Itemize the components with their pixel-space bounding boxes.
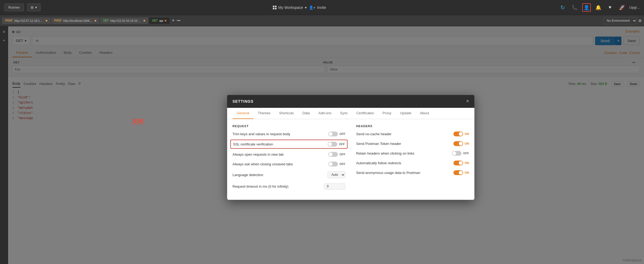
anonymous-data-toggle-track[interactable] — [453, 170, 463, 175]
headers-settings-column: HEADERS Send no-cache header ON — [356, 124, 469, 194]
tab-add-button[interactable]: + — [170, 18, 176, 23]
anonymous-data-toggle-label: ON — [465, 171, 469, 174]
modal-tab-addons[interactable]: Add-ons — [314, 108, 336, 119]
modal-body: REQUEST Trim keys and values in request … — [227, 119, 474, 200]
env-settings-icon[interactable]: ⚙ — [638, 19, 642, 23]
always-open-label: Always open requests in new tab — [232, 152, 284, 156]
postman-token-row: Send Postman Token header ON — [356, 141, 469, 146]
retain-headers-toggle[interactable]: OFF — [452, 151, 469, 156]
no-cache-toggle[interactable]: ON — [453, 131, 469, 136]
tab-post-1[interactable]: POST http://10.57.12.18:16666/ad-l — [2, 17, 51, 24]
bell-icon-button[interactable]: 🔔 — [594, 3, 603, 12]
ssl-cert-toggle-track[interactable] — [328, 142, 337, 147]
invite-button[interactable]: 👤+ Invite — [309, 5, 326, 10]
modal-tab-data[interactable]: Data — [298, 108, 314, 119]
trim-keys-toggle-thumb — [329, 132, 332, 136]
runner-button[interactable]: Runner — [4, 3, 24, 11]
always-ask-label: Always ask when closing unsaved tabs — [232, 162, 293, 166]
invite-icon: 👤+ — [309, 5, 316, 10]
tab-get-1[interactable]: GET http://10.32.44.19:10099/api/v — [100, 17, 148, 24]
always-open-toggle[interactable]: OFF — [328, 152, 345, 157]
import-chevron: ▾ — [35, 5, 37, 9]
workspace-button[interactable]: My Workspace ▾ — [273, 5, 306, 10]
ssl-cert-toggle-label: OFF — [339, 142, 345, 146]
modal-tab-update[interactable]: Update — [396, 108, 416, 119]
import-button[interactable]: ⊞ ▾ — [27, 3, 41, 11]
main-area: ≡ + ▶ api Examples GET ▾ Send ▾ Save — [0, 26, 644, 264]
modal-tab-general[interactable]: General — [232, 108, 253, 119]
always-open-toggle-label: OFF — [339, 153, 345, 156]
trim-keys-row: Trim keys and values in request body OFF — [232, 131, 345, 136]
tab-post-2[interactable]: POST http://localhost:16666/csv/up — [51, 17, 99, 24]
always-ask-row: Always ask when closing unsaved tabs OFF — [232, 162, 345, 166]
always-ask-toggle[interactable]: OFF — [328, 162, 345, 166]
tab-more-button[interactable]: ••• — [177, 19, 181, 23]
retain-headers-toggle-thumb — [452, 151, 456, 155]
method-badge-post-2: POST — [54, 19, 62, 22]
no-cache-row: Send no-cache header ON — [356, 131, 469, 136]
modal-tab-proxy[interactable]: Proxy — [378, 108, 396, 119]
postman-token-label: Send Postman Token header — [356, 142, 401, 146]
modal-tab-themes[interactable]: Themes — [253, 108, 275, 119]
request-section-title: REQUEST — [232, 124, 345, 128]
auto-redirects-toggle[interactable]: ON — [453, 160, 469, 165]
language-detection-label: Language detection — [232, 173, 263, 177]
method-badge-get-api: GET — [152, 19, 158, 22]
invite-label: Invite — [317, 5, 326, 10]
no-cache-toggle-track[interactable] — [453, 131, 463, 136]
anonymous-data-toggle[interactable]: ON — [453, 170, 469, 175]
request-timeout-input[interactable] — [324, 183, 345, 190]
postman-token-toggle-track[interactable] — [453, 141, 463, 146]
top-nav: Runner ⊞ ▾ My Workspace ▾ 👤+ Invite ↻ 📞 … — [0, 0, 644, 15]
phone-icon-button[interactable]: 📞 — [570, 3, 579, 12]
ssl-cert-label: SSL certificate verification — [233, 142, 273, 146]
user-icon-button[interactable]: 👤 — [582, 3, 591, 12]
postman-token-toggle-label: ON — [465, 142, 469, 145]
always-ask-toggle-thumb — [329, 162, 332, 166]
trim-keys-toggle-label: OFF — [339, 132, 345, 135]
ssl-cert-toggle[interactable]: OFF — [328, 142, 345, 147]
request-timeout-row: Request timeout in ms (0 for infinity) — [232, 183, 345, 190]
anonymous-data-toggle-thumb — [459, 171, 463, 174]
modal-tab-shortcuts[interactable]: Shortcuts — [275, 108, 298, 119]
request-settings-column: REQUEST Trim keys and values in request … — [232, 124, 345, 194]
modal-tab-certificates[interactable]: Certificates — [352, 108, 378, 119]
nav-left: Runner ⊞ ▾ — [4, 3, 41, 11]
sidebar-add-icon[interactable]: + — [1, 37, 7, 44]
content-area: ▶ api Examples GET ▾ Send ▾ Save Params … — [8, 26, 644, 264]
environment-select[interactable]: No Environment — [603, 17, 637, 24]
postman-token-toggle[interactable]: ON — [453, 141, 469, 146]
auto-redirects-toggle-label: ON — [465, 161, 469, 165]
always-open-toggle-track[interactable] — [328, 152, 338, 157]
language-detection-select[interactable]: Auto — [327, 171, 345, 178]
tab-dot-1 — [46, 20, 47, 22]
tabs-bar: POST http://10.57.12.18:16666/ad-l POST … — [0, 15, 644, 26]
tab-url-2: http://localhost:16666/csv/up — [63, 19, 93, 22]
tab-dot-2 — [95, 20, 96, 22]
anonymous-data-row: Send anonymous usage data to Postman ON — [356, 170, 469, 175]
import-icon: ⊞ — [31, 5, 34, 9]
trim-keys-toggle-track[interactable] — [328, 131, 338, 136]
left-sidebar: ≡ + — [0, 26, 8, 264]
modal-title: SETTINGS — [232, 99, 253, 104]
auto-redirects-toggle-track[interactable] — [453, 160, 463, 165]
nav-right: ↻ 📞 👤 🔔 ♥ 🚀 Upgr... — [559, 3, 640, 12]
sync-icon-button[interactable]: ↻ — [559, 3, 567, 12]
always-ask-toggle-track[interactable] — [328, 162, 338, 166]
retain-headers-toggle-track[interactable] — [452, 151, 461, 156]
modal-tab-about[interactable]: About — [416, 108, 433, 119]
tab-url-3: http://10.32.44.19:10099/api/v — [110, 19, 142, 22]
retain-headers-toggle-label: OFF — [463, 152, 469, 155]
modal-header: SETTINGS × — [227, 95, 474, 108]
tab-dot-api — [165, 20, 166, 22]
modal-close-button[interactable]: × — [466, 98, 469, 104]
tab-get-api[interactable]: GET api — [149, 17, 170, 24]
auto-redirects-row: Automatically follow redirects ON — [356, 160, 469, 165]
headers-section-title: HEADERS — [356, 124, 469, 128]
rocket-icon-button[interactable]: 🚀 — [618, 3, 626, 12]
modal-tabs: General Themes Shortcuts Data Add-ons Sy… — [227, 108, 474, 119]
trim-keys-toggle[interactable]: OFF — [328, 131, 345, 136]
modal-tab-sync[interactable]: Sync — [336, 108, 352, 119]
sidebar-nav-icon[interactable]: ≡ — [1, 28, 7, 35]
heart-icon-button[interactable]: ♥ — [606, 3, 614, 12]
